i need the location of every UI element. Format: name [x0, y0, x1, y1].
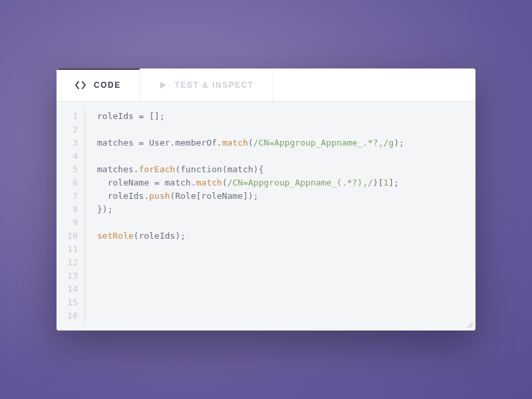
line-number: 6 — [57, 176, 78, 190]
code-line[interactable]: roleIds.push(Role[roleName]); — [97, 190, 464, 203]
line-number-gutter: 12345678910111213141516 — [57, 110, 84, 323]
line-number: 11 — [57, 243, 78, 256]
line-number: 3 — [57, 136, 78, 150]
line-number: 5 — [57, 163, 78, 176]
tab-code[interactable]: CODE — [57, 68, 140, 101]
editor-area[interactable]: 12345678910111213141516 roleIds = []; ma… — [57, 102, 475, 331]
code-line[interactable]: roleIds = []; — [97, 110, 464, 123]
code-line[interactable] — [97, 243, 464, 256]
code-line[interactable]: }); — [97, 203, 464, 216]
code-content[interactable]: roleIds = []; matches = User.memberOf.ma… — [85, 110, 475, 323]
line-number: 9 — [57, 216, 78, 229]
code-line[interactable] — [97, 269, 464, 283]
code-editor-window: CODE TEST & INSPECT 12345678910111213141… — [57, 68, 475, 331]
line-number: 12 — [57, 256, 78, 269]
code-line[interactable] — [97, 309, 464, 323]
line-number: 14 — [57, 283, 78, 296]
line-number: 1 — [57, 110, 78, 123]
code-line[interactable]: roleName = match.match(/CN=Appgroup_Appn… — [97, 176, 464, 190]
tab-test-label: TEST & INSPECT — [175, 80, 254, 90]
code-line[interactable] — [97, 216, 464, 229]
play-icon — [159, 81, 167, 89]
line-number: 13 — [57, 269, 78, 283]
line-number: 16 — [57, 309, 78, 323]
line-number: 2 — [57, 123, 78, 136]
code-line[interactable] — [97, 123, 464, 136]
line-number: 8 — [57, 203, 78, 216]
tab-code-label: CODE — [94, 80, 121, 90]
code-line[interactable] — [97, 296, 464, 309]
code-line[interactable]: matches = User.memberOf.match(/CN=Appgro… — [97, 136, 464, 150]
code-line[interactable] — [97, 283, 464, 296]
line-number: 4 — [57, 150, 78, 163]
line-number: 7 — [57, 190, 78, 203]
code-line[interactable] — [97, 256, 464, 269]
line-number: 10 — [57, 229, 78, 243]
code-line[interactable]: matches.forEach(function(match){ — [97, 163, 464, 176]
code-icon — [75, 81, 86, 89]
tab-test-inspect[interactable]: TEST & INSPECT — [140, 68, 273, 101]
line-number: 15 — [57, 296, 78, 309]
resize-handle[interactable] — [465, 320, 473, 328]
code-line[interactable]: setRole(roleIds); — [97, 229, 464, 243]
code-line[interactable] — [97, 150, 464, 163]
tab-bar: CODE TEST & INSPECT — [57, 68, 475, 102]
